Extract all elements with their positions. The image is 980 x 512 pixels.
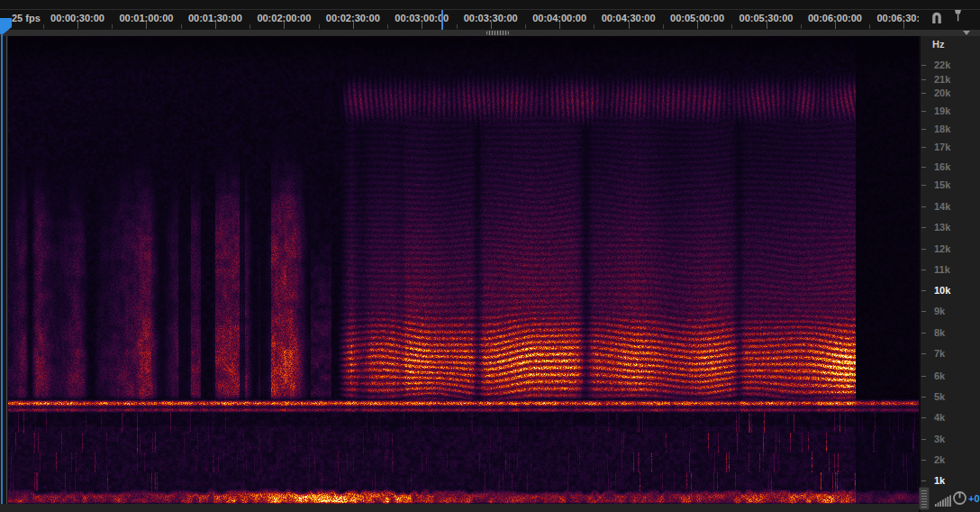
frequency-labels: 22k21k20k19k18k17k16k15k14k13k12k11k10k9… <box>921 36 980 512</box>
timeline-tick-minor <box>387 24 388 29</box>
frequency-tick <box>921 376 926 377</box>
level-bars-icon[interactable] <box>935 494 953 507</box>
timeline-tick-minor <box>731 24 732 29</box>
horizontal-scrollbar-grip[interactable] <box>486 31 509 35</box>
frequency-label: 7k <box>934 348 945 359</box>
frequency-tick <box>921 290 926 291</box>
timeline-timestamp: 00:05:00:00 <box>670 13 724 23</box>
timeline-tick-minor <box>319 24 320 29</box>
timeline-tick-minor <box>801 24 802 29</box>
frequency-label: 6k <box>934 370 945 381</box>
magnet-icon[interactable] <box>930 10 944 24</box>
frequency-label: 14k <box>934 201 950 212</box>
timeline-timestamp: 00:02:00:00 <box>257 13 311 23</box>
frequency-tick <box>921 397 926 398</box>
timeline-scrollbar-track[interactable] <box>0 30 980 36</box>
spectral-editor-panel: 25 fps 00:00:30:0000:01:00:0000:01:30:00… <box>0 0 980 512</box>
zoom-offset-value[interactable]: +0 <box>968 493 980 504</box>
timeline-timestamp: 00:06:30:00 <box>876 13 919 23</box>
playhead-line <box>1 35 3 504</box>
timeline-timestamp: 00:06:00:00 <box>808 13 862 23</box>
frequency-label: 9k <box>934 306 945 316</box>
frequency-tick <box>921 167 926 168</box>
timeline-tick-minor <box>663 24 664 29</box>
timeline-timestamp: 00:04:30:00 <box>602 13 656 23</box>
frequency-label: 15k <box>934 179 950 190</box>
frequency-tick <box>921 353 926 354</box>
frequency-tick <box>921 65 926 66</box>
timeline-tick-minor <box>112 24 113 29</box>
frequency-tick <box>921 93 926 94</box>
timeline-tick-minor <box>181 24 182 29</box>
frequency-label: 16k <box>934 161 950 172</box>
frequency-tick <box>921 111 926 112</box>
frequency-label: 21k <box>934 74 950 85</box>
frequency-tick <box>921 311 926 312</box>
timeline-marker-line <box>441 10 443 30</box>
frequency-label: 5k <box>934 391 945 402</box>
timeline-tick-minor <box>594 24 594 29</box>
timeline-timestamp: 00:02:30:00 <box>326 13 380 23</box>
timeline-timestamp: 00:04:00:00 <box>532 13 586 23</box>
timeline-timestamp: 00:03:30:00 <box>464 13 518 23</box>
frequency-label: 3k <box>934 434 945 444</box>
timeline-tick-minor <box>457 24 458 29</box>
marker-pin-icon[interactable] <box>951 9 965 23</box>
frequency-label: 17k <box>934 142 950 152</box>
frequency-label: 11k <box>934 264 950 275</box>
timeline-timestamp: 00:01:00:00 <box>119 13 173 23</box>
frequency-tick <box>921 417 926 418</box>
frequency-tick <box>921 439 926 440</box>
spectrogram-canvas[interactable] <box>8 36 919 504</box>
spectral-display[interactable] <box>8 36 919 504</box>
frequency-label: 1k <box>934 475 945 486</box>
frequency-tick <box>921 227 926 228</box>
fps-label: 25 fps <box>12 13 41 23</box>
timeline-tick-minor <box>525 24 526 29</box>
timeline-tick-minor <box>250 24 250 29</box>
vertical-scrollbar-thumb[interactable] <box>919 487 930 510</box>
frequency-label: 19k <box>934 105 950 116</box>
bottom-strip <box>0 504 919 512</box>
timeline-tick-minor <box>43 24 44 29</box>
frequency-tick <box>921 79 926 80</box>
frequency-tick <box>921 185 926 186</box>
frequency-label: 22k <box>934 59 950 70</box>
knob-icon[interactable] <box>952 490 967 506</box>
frequency-label: 4k <box>934 412 945 423</box>
frequency-tick <box>921 270 926 270</box>
frequency-label: 2k <box>934 454 945 465</box>
frequency-tick <box>921 147 926 148</box>
frequency-label: 8k <box>934 327 945 338</box>
frequency-tick <box>921 206 926 207</box>
timeline-labels: 25 fps 00:00:30:0000:01:00:0000:01:30:00… <box>0 0 919 30</box>
frequency-label: 13k <box>934 222 950 233</box>
frequency-label: 12k <box>934 243 950 254</box>
frequency-tick <box>921 249 926 250</box>
timeline-ruler[interactable]: 25 fps 00:00:30:0000:01:00:0000:01:30:00… <box>0 0 980 30</box>
frequency-tick <box>921 333 926 334</box>
timeline-timestamp: 00:00:30:00 <box>50 13 104 23</box>
frequency-label: 10k <box>934 285 950 296</box>
frequency-tick <box>921 460 926 461</box>
frequency-ruler[interactable]: Hz 22k21k20k19k18k17k16k15k14k13k12k11k1… <box>919 36 980 512</box>
frequency-tick <box>921 480 926 481</box>
frequency-tick <box>921 129 926 130</box>
timeline-timestamp: 00:01:30:00 <box>188 13 242 23</box>
timeline-tick-minor <box>869 24 870 29</box>
chevron-down-icon[interactable] <box>963 31 970 35</box>
frequency-label: 18k <box>934 123 950 134</box>
timeline-timestamp: 00:05:30:00 <box>740 13 794 23</box>
frequency-label: 20k <box>934 87 950 98</box>
